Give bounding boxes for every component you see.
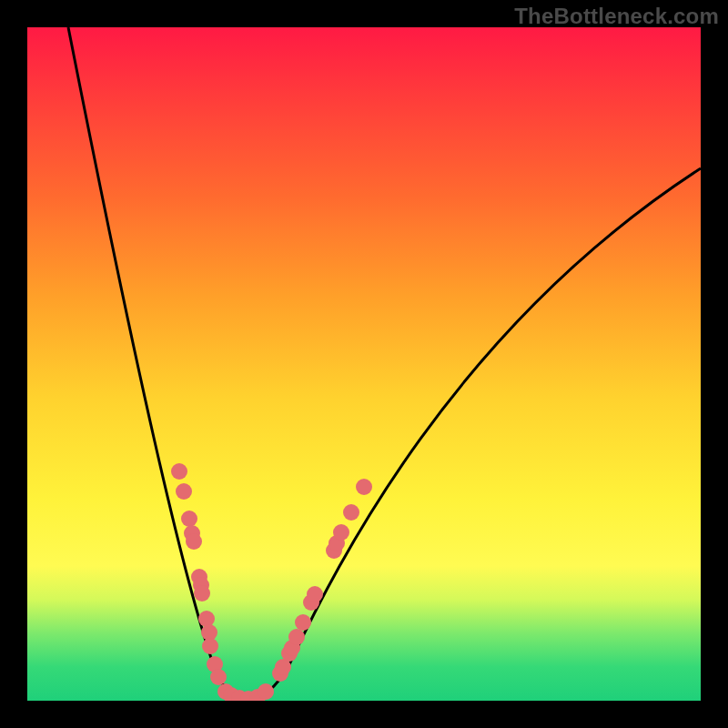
marker-dot xyxy=(171,463,187,480)
marker-dot xyxy=(198,611,215,627)
marker-dot xyxy=(202,638,218,654)
marker-dot xyxy=(356,479,372,495)
marker-dot xyxy=(181,511,197,527)
marker-group xyxy=(171,463,372,701)
marker-dot xyxy=(307,586,323,602)
marker-dot xyxy=(288,629,305,645)
watermark-text: TheBottleneck.com xyxy=(514,4,719,29)
marker-dot xyxy=(343,504,359,521)
bottleneck-curve xyxy=(68,27,701,699)
marker-dot xyxy=(194,585,210,602)
marker-dot xyxy=(186,533,202,550)
marker-dot xyxy=(333,524,349,541)
marker-dot xyxy=(210,669,227,685)
outer-frame: TheBottleneck.com xyxy=(0,0,728,728)
marker-dot xyxy=(258,683,274,700)
marker-dot xyxy=(176,483,192,500)
marker-dot xyxy=(295,614,311,631)
plot-area xyxy=(27,27,701,701)
chart-svg xyxy=(27,27,701,701)
